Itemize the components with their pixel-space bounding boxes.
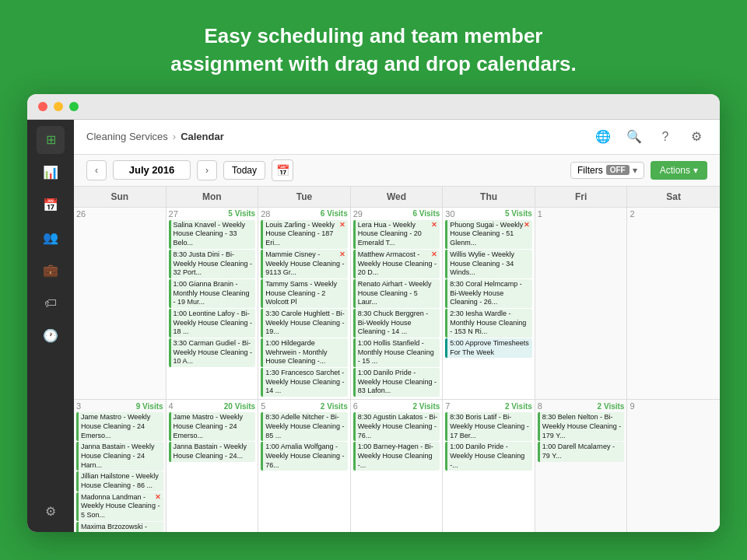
event[interactable]: 5:00 Approve Timesheets For The Week (445, 338, 532, 358)
event[interactable]: 1:00 Darell Mcalarney - 79 Y... (538, 442, 625, 461)
day-header-sun: Sun (74, 187, 167, 207)
event[interactable]: 1:00 Gianna Branin - Monthly House Clean… (169, 279, 256, 308)
event[interactable]: ✕Matthew Armacost - Weekly House Cleanin… (353, 250, 440, 278)
filters-group: Filters OFF ▾ (570, 162, 644, 179)
breadcrumb-current: Calendar (181, 131, 224, 142)
event[interactable]: Tammy Sams - Weekly House Cleaning - 2 W… (261, 279, 348, 308)
event[interactable]: 3:30 Carman Gudiel - Bi-Weekly House Cle… (169, 338, 256, 367)
hero-text: Easy scheduling and team member assignme… (62, 22, 685, 79)
day-header-tue: Tue (258, 187, 351, 207)
cal-cell-9[interactable]: 9 (627, 400, 720, 532)
calendar-view-icon[interactable]: 📅 (272, 159, 293, 181)
event[interactable]: 1:00 Hildegarde Wehrwein - Monthly House… (261, 338, 348, 367)
event[interactable]: ✕Mammie Cisney - Weekly House Cleaning -… (261, 250, 348, 278)
event[interactable]: 1:00 Hollis Stanfield - Monthly House Cl… (353, 338, 440, 367)
window: ⊞ 📊 📅 👥 💼 🏷 🕐 ⚙ Cleaning Services › Cale… (27, 94, 720, 532)
traffic-light-green[interactable] (69, 102, 79, 111)
calendar-toolbar: ‹ July 2016 › Today 📅 Filters OFF ▾ Acti… (74, 155, 720, 187)
event[interactable]: 3:30 Carole Hughlett - Bi-Weekly House C… (261, 309, 348, 338)
filters-state[interactable]: OFF (606, 165, 630, 175)
event[interactable]: Salina Knavel - Weekly House Cleaning - … (169, 220, 256, 249)
sidebar: ⊞ 📊 📅 👥 💼 🏷 🕐 ⚙ (27, 120, 74, 532)
search-icon[interactable]: 🔍 (623, 126, 645, 148)
gear-icon[interactable]: ⚙ (686, 126, 707, 148)
day-headers: Sun Mon Tue Wed Thu Fri Sat (74, 187, 720, 208)
event[interactable]: 1:00 Danilo Pride - Weekly House Cleanin… (445, 442, 532, 471)
cal-cell-7[interactable]: 72 Visits 8:30 Boris Latif - Bi-Weekly H… (443, 400, 535, 532)
calendar-grid: Sun Mon Tue Wed Thu Fri Sat 26 (74, 187, 720, 532)
cal-cell-30[interactable]: 305 Visits ✕Phuong Sugai - Weekly House … (443, 208, 535, 399)
event[interactable]: Jame Mastro - Weekly House Cleaning - 24… (76, 412, 163, 441)
globe-icon[interactable]: 🌐 (592, 126, 614, 148)
titlebar (27, 94, 720, 120)
breadcrumb-sep: › (173, 131, 176, 142)
sidebar-icon-grid[interactable]: ⊞ (37, 126, 65, 154)
sidebar-icon-tag[interactable]: 🏷 (37, 289, 65, 317)
actions-button[interactable]: Actions ▾ (651, 161, 707, 180)
cal-row-2: 39 Visits Jame Mastro - Weekly House Cle… (74, 400, 720, 532)
sidebar-icon-calendar[interactable]: 📅 (37, 191, 65, 219)
traffic-light-red[interactable] (38, 102, 47, 111)
event[interactable]: 8:30 Adelle Nitcher - Bi-Weekly House Cl… (261, 412, 348, 441)
event[interactable]: Janna Bastain - Weekly House Cleaning - … (169, 442, 256, 461)
filters-label: Filters (577, 165, 603, 176)
event[interactable]: 8:30 Agustin Lakatos - Bi-Weekly House C… (353, 412, 440, 441)
cal-cell-28[interactable]: 286 Visits ✕Louis Zarling - Weekly House… (258, 208, 351, 399)
cal-cell-4[interactable]: 420 Visits Jame Mastro - Weekly House Cl… (167, 400, 259, 532)
event[interactable]: ✕Madonna Landman - Weekly House Cleaning… (76, 492, 163, 521)
event[interactable]: 8:30 Justa Dini - Bi-Weekly House Cleani… (169, 250, 256, 278)
event[interactable]: ✕Louis Zarling - Weekly House Cleaning -… (261, 220, 348, 249)
event[interactable]: Willis Wylie - Weekly House Cleaning - 3… (445, 250, 532, 278)
event[interactable]: Jillian Hailstone - Weekly House Cleanin… (76, 471, 163, 491)
cal-cell-2: 2 (627, 208, 720, 399)
event[interactable]: 8:30 Chuck Berggren - Bi-Weekly House Cl… (353, 309, 440, 338)
day-header-thu: Thu (443, 187, 535, 207)
sidebar-icon-people[interactable]: 👥 (37, 224, 65, 252)
cal-cell-5[interactable]: 52 Visits 8:30 Adelle Nitcher - Bi-Weekl… (258, 400, 351, 532)
topbar: Cleaning Services › Calendar 🌐 🔍 ? ⚙ (74, 120, 720, 155)
sidebar-icon-chart[interactable]: 📊 (37, 159, 65, 187)
breadcrumb-parent[interactable]: Cleaning Services (86, 131, 168, 142)
cal-cell-3[interactable]: 39 Visits Jame Mastro - Weekly House Cle… (74, 400, 167, 532)
event[interactable]: 2:30 Iesha Wardle - Monthly House Cleani… (445, 309, 532, 338)
day-header-mon: Mon (167, 187, 259, 207)
help-icon[interactable]: ? (654, 126, 676, 148)
day-header-wed: Wed (351, 187, 444, 207)
event[interactable]: 1:00 Barney-Hagen - Bi-Weekly House Clea… (353, 442, 440, 471)
breadcrumb: Cleaning Services › Calendar (86, 131, 224, 142)
traffic-light-yellow[interactable] (54, 102, 63, 111)
prev-month-button[interactable]: ‹ (86, 160, 107, 180)
event[interactable]: ✕Lera Hua - Weekly House Cleaning - 20 E… (353, 220, 440, 249)
event[interactable]: 8:30 Coral Helmcamp - Bi-Weekly House Cl… (445, 279, 532, 308)
event[interactable]: Maxima Brzozowski - Weekly House Cleanin… (76, 522, 163, 532)
event[interactable]: Jame Mastro - Weekly House Cleaning - 24… (169, 412, 256, 441)
event[interactable]: 1:30 Francesco Sarchet - Weekly House Cl… (261, 368, 348, 397)
sidebar-icon-briefcase[interactable]: 💼 (37, 257, 65, 285)
hero-section: Easy scheduling and team member assignme… (0, 0, 747, 94)
filters-chevron-icon[interactable]: ▾ (633, 165, 637, 176)
cal-cell-6[interactable]: 62 Visits 8:30 Agustin Lakatos - Bi-Week… (351, 400, 444, 532)
cal-cell-1[interactable]: 1 (535, 208, 628, 399)
actions-label: Actions (660, 165, 690, 176)
cal-cell-29[interactable]: 296 Visits ✕Lera Hua - Weekly House Clea… (351, 208, 444, 399)
next-month-button[interactable]: › (197, 160, 217, 180)
event[interactable]: 8:30 Belen Nelton - Bi-Weekly House Clea… (538, 412, 625, 441)
sidebar-icon-clock[interactable]: 🕐 (37, 322, 65, 350)
today-button[interactable]: Today (223, 161, 265, 180)
actions-chevron-icon: ▾ (693, 165, 698, 176)
event[interactable]: ✕Phuong Sugai - Weekly House Cleaning - … (445, 220, 532, 249)
cal-cell-27[interactable]: 275 Visits Salina Knavel - Weekly House … (167, 208, 259, 399)
cal-cell-26: 26 (74, 208, 167, 399)
month-label: July 2016 (113, 160, 191, 180)
event[interactable]: 1:00 Amalia Wolfgang - Weekly House Clea… (261, 442, 348, 471)
cal-cell-8[interactable]: 82 Visits 8:30 Belen Nelton - Bi-Weekly … (535, 400, 628, 532)
sidebar-icon-settings[interactable]: ⚙ (37, 498, 65, 526)
event[interactable]: Renato Airhart - Weekly House Cleaning -… (353, 279, 440, 308)
event[interactable]: Janna Bastain - Weekly House Cleaning - … (76, 442, 163, 471)
cal-rows: 26 275 Visits Salina Knavel - Weekly Hou… (74, 208, 720, 532)
cal-row-1: 26 275 Visits Salina Knavel - Weekly Hou… (74, 208, 720, 400)
event[interactable]: 8:30 Boris Latif - Bi-Weekly House Clean… (445, 412, 532, 441)
day-header-fri: Fri (535, 187, 628, 207)
event[interactable]: 1:00 Danilo Pride - Weekly House Cleanin… (353, 368, 440, 397)
event[interactable]: 1:00 Leontine Lafoy - Bi-Weekly House Cl… (169, 309, 256, 338)
